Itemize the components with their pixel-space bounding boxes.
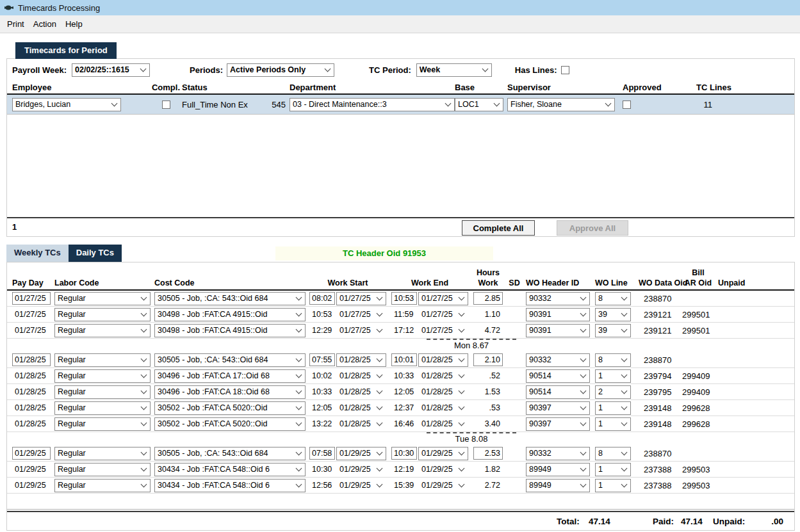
labor-code-select[interactable]: Regular	[54, 385, 151, 399]
work-end-time-field[interactable]: 12:37	[391, 401, 417, 414]
wo-line-select[interactable]: 1	[595, 463, 631, 476]
cost-code-select[interactable]: 30434 - Job :FAT:CA 548::Oid 6	[154, 479, 306, 492]
work-start-date-select[interactable]: 01/28/25	[336, 369, 386, 383]
labor-code-select[interactable]: Regular	[54, 308, 151, 321]
menu-action[interactable]: Action	[29, 17, 61, 31]
cost-code-select[interactable]: 30496 - Job :FAT:CA 18::Oid 68	[154, 385, 306, 399]
labor-code-select[interactable]: Regular	[54, 369, 151, 383]
work-end-time-field[interactable]: 12:19	[391, 463, 417, 476]
work-start-date-select[interactable]: 01/28/25	[336, 353, 386, 367]
work-end-time-field[interactable]: 17:12	[391, 324, 417, 337]
pay-day-field[interactable]: 01/29/25	[12, 463, 51, 476]
work-end-date-select[interactable]: 01/29/25	[418, 463, 468, 476]
complete-all-button[interactable]: Complete All	[462, 220, 535, 236]
work-start-time-field[interactable]: 12:56	[309, 479, 335, 492]
cost-code-select[interactable]: 30434 - Job :FAT:CA 548::Oid 6	[154, 463, 306, 476]
supervisor-select[interactable]: Fisher, Sloane	[507, 98, 615, 111]
labor-code-select[interactable]: Regular	[54, 447, 151, 460]
labor-code-select[interactable]: Regular	[54, 324, 151, 337]
work-start-time-field[interactable]: 10:53	[309, 308, 335, 321]
pay-day-field[interactable]: 01/27/25	[12, 324, 51, 337]
wo-header-id-select[interactable]: 90332	[526, 447, 590, 460]
pay-day-field[interactable]: 01/29/25	[12, 479, 51, 492]
hours-work-field[interactable]: 2.85	[473, 292, 503, 305]
periods-select[interactable]: Active Periods Only	[227, 63, 334, 77]
wo-header-id-select[interactable]: 90397	[526, 401, 590, 415]
work-start-time-field[interactable]: 10:02	[309, 369, 335, 382]
hours-work-field[interactable]: .52	[473, 369, 503, 382]
wo-line-select[interactable]: 1	[595, 479, 631, 492]
work-end-date-select[interactable]: 01/27/25	[418, 308, 468, 321]
employee-row[interactable]: Bridges, Lucian Full_Time Non Ex 545 03 …	[7, 95, 794, 115]
hours-work-field[interactable]: 2.72	[473, 479, 503, 492]
work-end-date-select[interactable]: 01/29/25	[418, 447, 468, 460]
wo-header-id-select[interactable]: 89949	[526, 463, 590, 476]
pay-day-field[interactable]: 01/27/25	[12, 308, 51, 321]
hours-work-field[interactable]: 1.10	[473, 308, 503, 321]
work-end-time-field[interactable]: 12:05	[391, 385, 417, 398]
wo-header-id-select[interactable]: 90391	[526, 308, 590, 321]
tab-weekly-tcs[interactable]: Weekly TCs	[6, 245, 69, 262]
approve-all-button[interactable]: Approve All	[557, 220, 628, 236]
wo-header-id-select[interactable]: 90391	[526, 324, 590, 337]
labor-code-select[interactable]: Regular	[54, 401, 151, 415]
hours-work-field[interactable]: 2.10	[473, 353, 503, 366]
work-end-date-select[interactable]: 01/27/25	[418, 324, 468, 337]
wo-header-id-select[interactable]: 90397	[526, 417, 590, 431]
work-start-time-field[interactable]: 10:33	[309, 385, 335, 398]
compl-checkbox[interactable]	[162, 101, 170, 109]
work-start-time-field[interactable]: 10:30	[309, 463, 335, 476]
wo-header-id-select[interactable]: 90332	[526, 353, 590, 367]
work-end-time-field[interactable]: 11:59	[391, 308, 417, 321]
wo-line-select[interactable]: 8	[595, 447, 631, 460]
work-end-date-select[interactable]: 01/28/25	[418, 353, 468, 367]
base-select[interactable]: LOC1	[455, 98, 503, 111]
work-end-time-field[interactable]: 10:53	[391, 292, 417, 305]
work-start-date-select[interactable]: 01/29/25	[336, 463, 386, 476]
hours-work-field[interactable]: 4.72	[473, 324, 503, 337]
hours-work-field[interactable]: 2.53	[473, 447, 503, 460]
cost-code-select[interactable]: 30505 - Job, :CA: 543::Oid 684	[154, 292, 306, 305]
wo-line-select[interactable]: 8	[595, 292, 631, 305]
menu-help[interactable]: Help	[61, 17, 87, 31]
wo-header-id-select[interactable]: 90514	[526, 369, 590, 383]
labor-code-select[interactable]: Regular	[54, 463, 151, 476]
work-start-time-field[interactable]: 08:02	[309, 292, 335, 305]
wo-header-id-select[interactable]: 90514	[526, 385, 590, 399]
hours-work-field[interactable]: 1.53	[473, 385, 503, 398]
wo-line-select[interactable]: 2	[595, 385, 631, 399]
work-start-time-field[interactable]: 07:58	[309, 447, 335, 460]
hours-work-field[interactable]: 1.82	[473, 463, 503, 476]
wo-line-select[interactable]: 39	[595, 308, 631, 321]
labor-code-select[interactable]: Regular	[54, 353, 151, 367]
department-select[interactable]: 03 - Direct Maintenance::3	[290, 98, 455, 111]
wo-line-select[interactable]: 1	[595, 417, 631, 431]
tab-daily-tcs[interactable]: Daily TCs	[69, 245, 122, 262]
hours-work-field[interactable]: .53	[473, 401, 503, 414]
pay-day-field[interactable]: 01/27/25	[12, 292, 51, 305]
pay-day-field[interactable]: 01/28/25	[12, 369, 51, 382]
work-end-time-field[interactable]: 15:39	[391, 479, 417, 492]
approved-checkbox[interactable]	[623, 101, 631, 109]
work-start-date-select[interactable]: 01/28/25	[336, 385, 386, 399]
has-lines-checkbox[interactable]	[561, 66, 569, 74]
work-start-date-select[interactable]: 01/29/25	[336, 447, 386, 460]
labor-code-select[interactable]: Regular	[54, 417, 151, 431]
work-end-date-select[interactable]: 01/28/25	[418, 417, 468, 431]
wo-line-select[interactable]: 1	[595, 401, 631, 415]
work-start-date-select[interactable]: 01/27/25	[336, 308, 386, 321]
menu-print[interactable]: Print	[3, 17, 29, 31]
work-end-date-select[interactable]: 01/28/25	[418, 401, 468, 415]
hours-work-field[interactable]: 3.40	[473, 417, 503, 430]
work-start-time-field[interactable]: 12:29	[309, 324, 335, 337]
wo-header-id-select[interactable]: 89949	[526, 479, 590, 492]
work-end-date-select[interactable]: 01/27/25	[418, 292, 468, 305]
work-end-time-field[interactable]: 10:33	[391, 369, 417, 382]
work-start-time-field[interactable]: 12:05	[309, 401, 335, 414]
cost-code-select[interactable]: 30496 - Job :FAT:CA 17::Oid 68	[154, 369, 306, 383]
work-end-date-select[interactable]: 01/28/25	[418, 369, 468, 383]
cost-code-select[interactable]: 30498 - Job :FAT:CA 4915::Oid	[154, 324, 306, 337]
pay-day-field[interactable]: 01/29/25	[12, 447, 51, 460]
work-start-date-select[interactable]: 01/27/25	[336, 324, 386, 337]
tc-period-select[interactable]: Week	[416, 63, 492, 77]
